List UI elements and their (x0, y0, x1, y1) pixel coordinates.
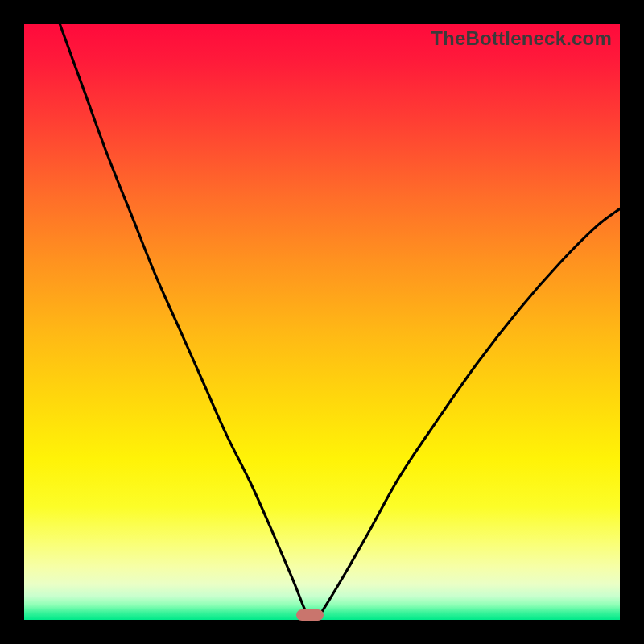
chart-frame: TheBottleneck.com (0, 0, 644, 644)
curve-path (60, 24, 620, 622)
bottleneck-curve (24, 24, 620, 620)
optimum-marker (296, 609, 324, 621)
plot-area: TheBottleneck.com (24, 24, 620, 620)
